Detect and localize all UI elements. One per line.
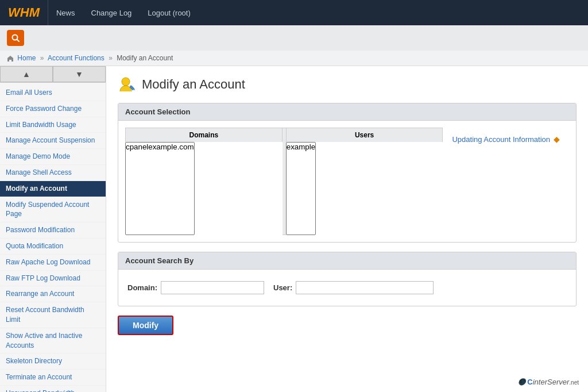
sidebar-item[interactable]: Password Modification (0, 222, 106, 239)
footer-logo: 🌑 CinterServer.net (518, 378, 579, 386)
whm-logo: WHM (6, 0, 48, 25)
breadcrumb-current: Modify an Account (117, 54, 173, 62)
domains-users-columns: Domains cpanelexample.com Users example (125, 128, 443, 235)
account-search-section: Account Search By Domain: User: (118, 252, 577, 306)
user-search-input[interactable] (296, 281, 434, 294)
breadcrumb-sep1: » (40, 54, 44, 62)
updating-text: Updating Account Information (452, 135, 550, 144)
breadcrumb-home[interactable]: Home (17, 54, 36, 62)
domains-col: Domains cpanelexample.com (125, 128, 283, 235)
sidebar-item[interactable]: Force Password Change (0, 101, 106, 117)
search-form: Domain: User: (125, 276, 569, 299)
user-search-label: User: (273, 283, 292, 292)
main-layout: ▲ ▼ Email All UsersForce Password Change… (0, 66, 588, 392)
sidebar: ▲ ▼ Email All UsersForce Password Change… (0, 66, 106, 392)
account-selection-section: Account Selection Domains cpanelexample.… (118, 103, 577, 243)
sidebar-item[interactable]: Email All Users (0, 85, 106, 101)
breadcrumb-sep2: » (109, 54, 113, 62)
home-icon (7, 55, 14, 62)
sidebar-item[interactable]: Show Active and Inactive Accounts (0, 328, 106, 354)
diamond-icon: ◆ (554, 134, 560, 144)
sidebar-down-button[interactable]: ▼ (53, 66, 106, 82)
sidebar-nav-buttons: ▲ ▼ (0, 66, 106, 83)
account-search-header: Account Search By (118, 252, 576, 270)
users-list[interactable]: example (286, 142, 316, 235)
domain-option[interactable]: cpanelexample.com (126, 143, 194, 152)
main-content: Modify an Account Account Selection Doma… (106, 66, 588, 392)
sidebar-item[interactable]: Rearrange an Account (0, 286, 106, 302)
sidebar-item[interactable]: Manage Account Suspension (0, 133, 106, 149)
sidebar-item[interactable]: Raw Apache Log Download (0, 255, 106, 271)
sidebar-item[interactable]: Raw FTP Log Download (0, 271, 106, 287)
nav-links: News Change Log Logout (root) (48, 0, 199, 25)
page-title: Modify an Account (142, 77, 245, 92)
search-bar (0, 25, 588, 51)
users-header: Users (286, 128, 443, 142)
domains-header: Domains (125, 128, 283, 142)
modify-button[interactable]: Modify (118, 316, 173, 335)
search-button[interactable] (7, 30, 24, 46)
account-search-body: Domain: User: (118, 270, 576, 306)
svg-line-1 (17, 40, 20, 42)
nav-news[interactable]: News (48, 0, 83, 25)
sidebar-item[interactable]: Quota Modification (0, 239, 106, 255)
domain-search-label: Domain: (127, 283, 157, 292)
user-option[interactable]: example (287, 143, 315, 152)
sidebar-menu: Email All UsersForce Password ChangeLimi… (0, 83, 106, 392)
nav-changelog[interactable]: Change Log (83, 0, 140, 25)
sidebar-item[interactable]: Reset Account Bandwidth Limit (0, 302, 106, 328)
column-headers: Domains cpanelexample.com Users example (125, 128, 443, 235)
account-selection-header: Account Selection (118, 103, 576, 121)
user-search-field: User: (273, 281, 434, 294)
users-col: Users example (286, 128, 443, 235)
sidebar-item[interactable]: Manage Shell Access (0, 165, 106, 181)
sidebar-item[interactable]: Skeleton Directory (0, 353, 106, 370)
breadcrumb-section[interactable]: Account Functions (48, 54, 105, 62)
modify-button-area: Modify (118, 316, 577, 335)
sidebar-item[interactable]: Unsuspend Bandwidth Exceeders (0, 386, 106, 392)
account-selection-body: Domains cpanelexample.com Users example (118, 121, 576, 242)
svg-point-2 (122, 78, 130, 86)
sidebar-item[interactable]: Manage Demo Mode (0, 149, 106, 165)
domains-list[interactable]: cpanelexample.com (125, 142, 195, 235)
breadcrumb: Home » Account Functions » Modify an Acc… (0, 51, 588, 66)
sidebar-up-button[interactable]: ▲ (0, 66, 53, 82)
account-list-wrapper: Domains cpanelexample.com Users example (125, 128, 569, 235)
sidebar-item[interactable]: Limit Bandwidth Usage (0, 117, 106, 133)
interserver-logo-text: CinterServer.net (527, 378, 579, 386)
modify-account-icon (118, 75, 136, 94)
nav-logout[interactable]: Logout (root) (140, 0, 198, 25)
page-title-area: Modify an Account (118, 75, 577, 94)
sidebar-item[interactable]: Modify Suspended Account Page (0, 197, 106, 223)
sidebar-item[interactable]: Terminate an Account (0, 370, 106, 386)
top-navigation: WHM News Change Log Logout (root) (0, 0, 588, 25)
updating-info: Updating Account Information ◆ (443, 128, 569, 151)
domain-search-input[interactable] (161, 281, 264, 294)
domain-search-field: Domain: (127, 281, 264, 294)
search-icon (11, 34, 20, 42)
sidebar-item[interactable]: Modify an Account (0, 181, 106, 197)
